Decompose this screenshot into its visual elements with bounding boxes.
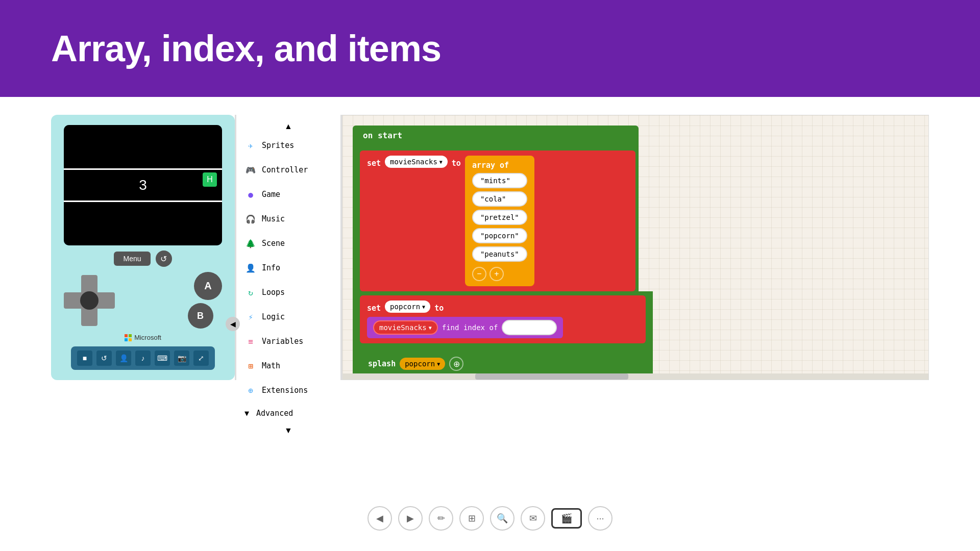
music-label: Music [262,214,285,223]
loops-icon: ↻ [244,286,257,298]
music-icon: 🎧 [244,213,257,225]
extensions-icon: ⊕ [244,384,257,396]
item-pretzel[interactable]: "pretzel" [472,210,527,225]
nav-video[interactable]: 🎬 [551,508,582,529]
device-controls: A B [64,272,222,329]
sidebar-item-extensions[interactable]: ⊕ Extensions [236,378,340,403]
array-of-block[interactable]: array of "mints" "cola" "pretzel" "popco… [465,156,534,286]
sidebar-item-music[interactable]: 🎧 Music [236,207,340,231]
extensions-label: Extensions [262,386,308,395]
main-content: 3 H Menu ↺ A B [0,97,980,551]
info-label: Info [262,263,280,272]
on-start-wrapper: on start set movieSnacks ▼ to array of " [353,126,653,380]
bottom-nav: ◀ ▶ ✏ ⊞ 🔍 ✉ 🎬 ··· [0,506,980,531]
nav-more[interactable]: ··· [588,506,612,531]
device-toolbar: ■ ↺ 👤 ♪ ⌨ 📷 ⤢ [71,346,215,370]
splash-popcorn-text: popcorn [405,360,435,368]
ms-green [129,334,132,337]
set-label-2: set [367,300,381,313]
popcorn-var-pill[interactable]: popcorn ▼ [385,300,430,313]
sidebar-item-info[interactable]: 👤 Info [236,256,340,280]
controller-icon: 🎮 [244,164,257,176]
item-mints[interactable]: "mints" [472,173,527,188]
movie-snacks-text: movieSnacks [390,158,437,166]
ms-logo [125,334,132,341]
horizontal-scrollbar[interactable] [342,373,928,380]
sidebar-item-sprites[interactable]: ✈ Sprites [236,133,340,158]
screen-display: 3 H [64,170,222,201]
device-screen: 3 H [64,125,222,245]
header: Array, index, and items [0,0,980,97]
refresh-button[interactable]: ↺ [156,251,172,267]
screen-top [64,125,222,168]
toolbar-stop[interactable]: ■ [77,350,92,366]
nav-back[interactable]: ◀ [368,506,392,531]
dpad [64,275,115,326]
button-a[interactable]: A [194,272,222,300]
splash-block[interactable]: splash popcorn ▼ ⊕ [360,352,646,376]
ms-yellow [129,338,132,341]
toolbar-replay[interactable]: ↺ [96,350,112,366]
sidebar-item-advanced[interactable]: ▼ Advanced [236,403,340,424]
screen-number: 3 [139,177,147,193]
nav-grid[interactable]: ⊞ [459,506,484,531]
splash-label: splash [368,359,396,368]
item-peanuts[interactable]: "peanuts" [472,246,527,262]
array-controls: − + [472,267,527,281]
scene-icon: 🌲 [244,237,257,249]
sidebar-toggle[interactable]: ◀ [226,317,240,331]
item-cola[interactable]: "cola" [472,191,527,207]
movie-snacks-ref-text: movieSnacks [379,323,427,332]
set-popcorn-block[interactable]: set popcorn ▼ to movieSnacks ▼ find inde… [360,295,646,343]
sidebar-item-controller[interactable]: 🎮 Controller [236,158,340,182]
logic-icon: ⚡ [244,311,257,323]
nav-forward[interactable]: ▶ [398,506,423,531]
nav-edit[interactable]: ✏ [429,506,453,531]
movie-snacks-ref-arrow: ▼ [429,325,432,331]
splash-add-btn[interactable]: ⊕ [449,357,463,371]
toolbar-sound[interactable]: ♪ [135,350,151,366]
sidebar-item-loops[interactable]: ↻ Loops [236,280,340,305]
dpad-center [80,291,99,310]
device-panel: 3 H Menu ↺ A B [51,115,235,380]
nav-zoom[interactable]: 🔍 [490,506,514,531]
sidebar-scroll-down[interactable]: ▼ [236,424,340,437]
popcorn-value-pill[interactable]: "popcorn" [502,320,557,335]
toolbar-fullscreen[interactable]: ⤢ [193,350,209,366]
sidebar-item-variables[interactable]: ≡ Variables [236,329,340,354]
on-start-label: on start [363,131,402,140]
advanced-arrow: ▼ [244,409,249,418]
movie-snacks-var-pill[interactable]: movieSnacks ▼ [385,156,448,168]
block-editor[interactable]: on start set movieSnacks ▼ to array of " [342,115,929,380]
popcorn-var-text: popcorn [390,303,420,311]
ms-red [125,334,128,337]
toolbar-camera[interactable]: 📷 [174,350,189,366]
set-movie-snacks-block[interactable]: set movieSnacks ▼ to array of "mints" "c… [360,151,635,291]
on-start-block[interactable]: on start [353,126,639,145]
logic-label: Logic [262,312,285,321]
nav-mail[interactable]: ✉ [521,506,545,531]
movie-snacks-ref-pill[interactable]: movieSnacks ▼ [373,320,438,335]
toolbar-agent[interactable]: 👤 [116,350,131,366]
screen-bottom [64,202,222,245]
page-title: Array, index, and items [51,28,441,69]
sidebar-item-game[interactable]: ● Game [236,182,340,207]
variables-label: Variables [262,337,303,346]
sidebar-scroll-up[interactable]: ▲ [236,120,340,133]
on-start-body: set movieSnacks ▼ to array of "mints" "c… [353,145,639,291]
sidebar-item-logic[interactable]: ⚡ Logic [236,305,340,329]
splash-popcorn-pill[interactable]: popcorn ▼ [400,358,445,370]
sidebar-item-scene[interactable]: 🌲 Scene [236,231,340,256]
array-add-btn[interactable]: + [489,267,504,281]
game-icon: ● [244,188,257,201]
array-remove-btn[interactable]: − [472,267,486,281]
menu-button[interactable]: Menu [114,252,150,266]
variables-icon: ≡ [244,335,257,347]
item-popcorn[interactable]: "popcorn" [472,228,527,243]
find-index-block[interactable]: movieSnacks ▼ find index of "popcorn" [367,317,563,338]
ab-section: A B [179,272,222,329]
button-b[interactable]: B [188,303,213,329]
toolbar-keyboard[interactable]: ⌨ [155,350,170,366]
sidebar-item-math[interactable]: ⊞ Math [236,354,340,378]
microsoft-text: Microsoft [134,334,161,341]
